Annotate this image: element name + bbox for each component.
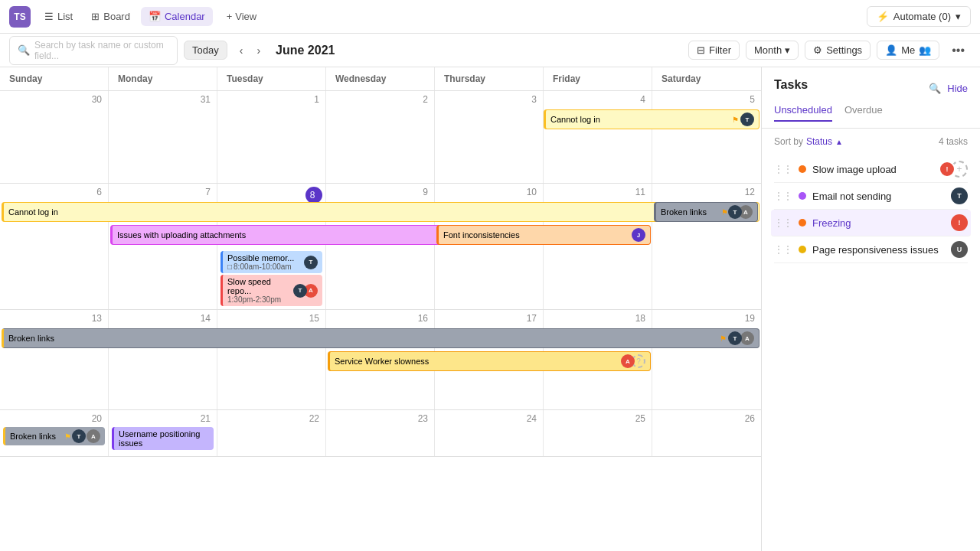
- flag-icon: ⚑: [720, 334, 727, 343]
- nav-tab-list[interactable]: ☰ List: [37, 7, 80, 26]
- task-item-page-responsiveness[interactable]: ⋮⋮ Page responsiveness issues U: [774, 236, 968, 263]
- month-title: June 2021: [276, 44, 335, 57]
- event-broken-links-w2[interactable]: Broken links ⚑ T A: [2, 328, 760, 348]
- event-broken-links-w1[interactable]: Broken links ⚑ T A: [654, 202, 758, 222]
- cal-cell-wed-w3[interactable]: 23: [326, 410, 435, 456]
- event-service-worker[interactable]: Service Worker slowness A ?: [328, 351, 651, 371]
- task-item-email-not-sending[interactable]: ⋮⋮ Email not sending T: [774, 183, 968, 210]
- event-username-positioning[interactable]: Username positioning issues: [112, 427, 214, 450]
- tasks-count: 4 tasks: [939, 136, 968, 147]
- board-icon: ⊞: [91, 11, 100, 22]
- automate-label: Automate (0): [893, 11, 951, 22]
- status-dot-page-resp: [799, 246, 806, 253]
- task-name-email: Email not sending: [812, 191, 945, 202]
- task-name-freezing: Freezing: [812, 217, 945, 229]
- cal-cell-sat-w2[interactable]: 19: [652, 310, 761, 409]
- nav-tab-board[interactable]: ⊞ Board: [83, 7, 138, 26]
- avatar-slow-speed-1: T: [293, 284, 307, 298]
- week-row-3: 20 Broken links ⚑ T A 21: [0, 410, 761, 457]
- task-item-slow-image-upload[interactable]: ⋮⋮ Slow image upload ! +: [774, 156, 968, 183]
- chevron-down-icon: ▾: [785, 44, 790, 56]
- prev-month-button[interactable]: ‹: [234, 41, 250, 60]
- calendar-day-headers: Sunday Monday Tuesday Wednesday Thursday…: [0, 67, 761, 91]
- avatar-bl-1: T: [728, 205, 742, 219]
- task-item-freezing[interactable]: ⋮⋮ Freezing !: [771, 210, 971, 236]
- list-icon: ☰: [44, 11, 54, 22]
- plus-icon: +: [227, 11, 233, 22]
- search-box[interactable]: 🔍 Search by task name or custom field...: [9, 36, 178, 65]
- flag-icon: ⚑: [732, 116, 739, 124]
- header-wednesday: Wednesday: [326, 67, 435, 90]
- task-panel-header: Tasks 🔍 Hide Unscheduled Overdue: [762, 67, 980, 129]
- add-view-label: View: [235, 11, 256, 22]
- avatar-bl-w2-2: A: [740, 331, 754, 345]
- status-dot-slow-image: [799, 165, 806, 173]
- task-panel-body: Sort by Status ▲ 4 tasks ⋮⋮ Slow image u…: [762, 129, 980, 551]
- nav-tab-calendar[interactable]: 📅 Calendar: [141, 7, 213, 26]
- cal-cell-tue-w0[interactable]: 1: [217, 91, 326, 183]
- event-possible-memory[interactable]: Possible memor... □ 8:00am-10:00am T: [220, 251, 322, 273]
- sort-direction-icon: ▲: [835, 138, 843, 146]
- cal-cell-tue-w3[interactable]: 22: [217, 410, 326, 456]
- cal-cell-fri-w3[interactable]: 25: [544, 410, 652, 456]
- avatar-slow-image-1: !: [939, 161, 956, 178]
- drag-handle[interactable]: ⋮⋮: [774, 164, 792, 174]
- cal-cell-sat-w0[interactable]: 5: [652, 91, 761, 183]
- cal-cell-sun-w2[interactable]: 13: [0, 310, 109, 409]
- calendar-icon: 📅: [149, 11, 161, 22]
- cal-cell-sun-w3[interactable]: 20 Broken links ⚑ T A: [0, 410, 109, 456]
- event-font-inconsistencies[interactable]: Font inconsistencies J: [436, 225, 651, 245]
- hide-button[interactable]: Hide: [947, 83, 968, 94]
- nav-tab-board-label: Board: [103, 11, 130, 22]
- event-cannot-log-in-w0[interactable]: Cannot log in ⚑ T: [544, 109, 760, 129]
- cal-cell-fri-w0[interactable]: 4: [544, 91, 652, 183]
- week-row-1: 6 7 8 Possible memor...: [0, 184, 761, 310]
- calendar: Sunday Monday Tuesday Wednesday Thursday…: [0, 67, 762, 551]
- cal-cell-sat-w3[interactable]: 26: [652, 410, 761, 456]
- more-options-button[interactable]: •••: [946, 41, 971, 60]
- flag-icon: ⚑: [721, 208, 728, 217]
- cal-cell-mon-w0[interactable]: 31: [109, 91, 217, 183]
- today-button[interactable]: Today: [184, 41, 227, 60]
- app-icon: TS: [9, 6, 31, 28]
- automate-button[interactable]: ⚡ Automate (0) ▾: [867, 6, 971, 27]
- calendar-toolbar: 🔍 Search by task name or custom field...…: [0, 34, 980, 67]
- sort-field-button[interactable]: Status: [806, 136, 832, 147]
- sort-row: Sort by Status ▲ 4 tasks: [774, 136, 968, 147]
- cal-cell-mon-w2[interactable]: 14: [109, 310, 217, 409]
- search-tasks-button[interactable]: 🔍: [929, 83, 941, 94]
- nav-arrows: ‹ ›: [234, 41, 266, 60]
- drag-handle[interactable]: ⋮⋮: [774, 244, 792, 255]
- search-placeholder: Search by task name or custom field...: [34, 40, 169, 61]
- person-icon: 👤: [885, 44, 897, 56]
- event-slow-speed[interactable]: Slow speed repo... 1:30pm-2:30pm T A: [220, 275, 322, 306]
- avatar-bl-w2-1: T: [728, 331, 742, 345]
- me-button[interactable]: 👤 Me 👥: [877, 41, 939, 60]
- cal-cell-thu-w3[interactable]: 24: [435, 410, 544, 456]
- cal-cell-thu-w0[interactable]: 3: [435, 91, 544, 183]
- tab-overdue[interactable]: Overdue: [844, 104, 883, 122]
- chevron-down-icon: ▾: [956, 11, 961, 22]
- avatar-bl-w3-2: A: [87, 429, 100, 443]
- cal-cell-wed-w0[interactable]: 2: [326, 91, 435, 183]
- status-dot-email: [799, 192, 806, 200]
- drag-handle[interactable]: ⋮⋮: [774, 191, 792, 201]
- drag-handle[interactable]: ⋮⋮: [774, 217, 792, 228]
- settings-button[interactable]: ⚙ Settings: [805, 41, 871, 60]
- avatar-sw-1: A: [621, 354, 635, 368]
- search-icon: 🔍: [18, 44, 30, 56]
- event-broken-links-w3[interactable]: Broken links ⚑ T A: [3, 427, 105, 445]
- avatar-font: J: [632, 228, 645, 242]
- cal-cell-tue-w2[interactable]: 15: [217, 310, 326, 409]
- tab-unscheduled[interactable]: Unscheduled: [774, 104, 832, 122]
- filter-button[interactable]: ⊟ Filter: [688, 41, 740, 60]
- header-tuesday: Tuesday: [217, 67, 326, 90]
- add-view-button[interactable]: + View: [219, 7, 265, 26]
- next-month-button[interactable]: ›: [250, 41, 266, 60]
- event-cannot-log-in-w1[interactable]: Cannot log in ⚑ T: [2, 202, 760, 222]
- cal-cell-mon-w3[interactable]: 21 Username positioning issues: [109, 410, 217, 456]
- status-dot-freezing: [799, 219, 806, 227]
- week-row-0: 30 31 1 2 3 4: [0, 91, 761, 184]
- month-button[interactable]: Month ▾: [746, 41, 799, 60]
- cal-cell-sun-w0[interactable]: 30: [0, 91, 109, 183]
